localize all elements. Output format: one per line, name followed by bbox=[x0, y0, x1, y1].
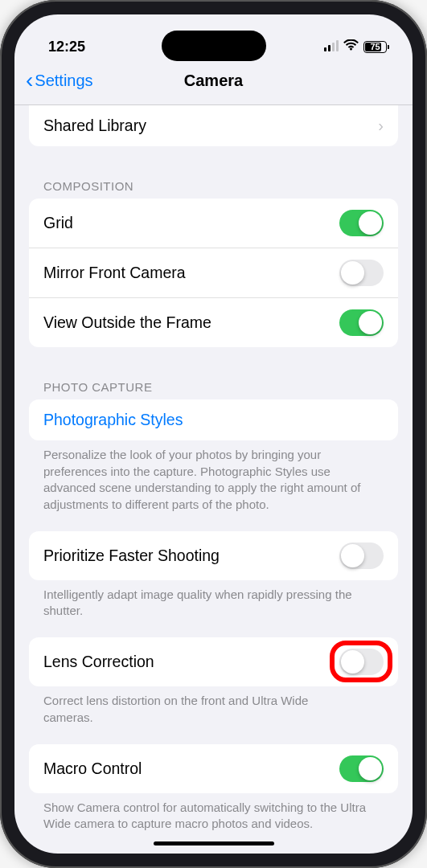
cellular-icon bbox=[324, 42, 339, 51]
faster-label: Prioritize Faster Shooting bbox=[43, 547, 220, 565]
wifi-icon bbox=[343, 39, 359, 55]
macro-row: Macro Control bbox=[29, 744, 398, 793]
dynamic-island bbox=[162, 31, 266, 61]
mirror-toggle[interactable] bbox=[339, 260, 384, 286]
back-button[interactable]: ‹ Settings bbox=[26, 68, 93, 93]
phone-frame: 12:25 75 ‹ Settings Camera bbox=[0, 0, 427, 868]
privacy-link[interactable]: About Camera and ARKit & Privacy… bbox=[14, 833, 413, 848]
faster-row: Prioritize Faster Shooting bbox=[29, 531, 398, 580]
shared-library-label: Shared Library bbox=[43, 117, 146, 135]
group-lens: Lens Correction bbox=[29, 637, 398, 686]
lens-footer: Correct lens distortion on the front and… bbox=[14, 686, 413, 726]
photographic-styles-row[interactable]: Photographic Styles bbox=[29, 399, 398, 440]
lens-row: Lens Correction bbox=[29, 637, 398, 686]
macro-footer: Show Camera control for automatically sw… bbox=[14, 793, 413, 833]
group-macro: Macro Control bbox=[29, 744, 398, 793]
photo-capture-header: PHOTO CAPTURE bbox=[14, 375, 413, 399]
outside-row: View Outside the Frame bbox=[29, 297, 398, 347]
grid-label: Grid bbox=[43, 214, 73, 232]
chevron-right-icon: › bbox=[378, 117, 384, 135]
macro-toggle[interactable] bbox=[339, 755, 384, 782]
status-time: 12:25 bbox=[48, 39, 85, 55]
nav-bar: ‹ Settings Camera bbox=[14, 61, 413, 105]
screen: 12:25 75 ‹ Settings Camera bbox=[14, 14, 413, 854]
grid-row: Grid bbox=[29, 199, 398, 248]
status-right: 75 bbox=[324, 39, 388, 55]
outside-toggle[interactable] bbox=[339, 309, 384, 336]
group-composition: Grid Mirror Front Camera View Outside th… bbox=[29, 199, 398, 347]
group-shared-library: Shared Library › bbox=[29, 105, 398, 146]
group-styles: Photographic Styles bbox=[29, 399, 398, 440]
group-faster: Prioritize Faster Shooting bbox=[29, 531, 398, 580]
content[interactable]: Shared Library › COMPOSITION Grid Mirror… bbox=[14, 105, 413, 848]
back-label: Settings bbox=[35, 72, 92, 90]
faster-footer: Intelligently adapt image quality when r… bbox=[14, 580, 413, 620]
faster-toggle[interactable] bbox=[339, 542, 384, 569]
page-title: Camera bbox=[184, 72, 243, 90]
lens-toggle[interactable] bbox=[339, 649, 384, 675]
chevron-left-icon: ‹ bbox=[26, 68, 33, 93]
styles-footer: Personalize the look of your photos by b… bbox=[14, 440, 413, 514]
shared-library-row[interactable]: Shared Library › bbox=[29, 105, 398, 146]
lens-toggle-wrap bbox=[339, 649, 384, 675]
composition-header: COMPOSITION bbox=[14, 174, 413, 199]
grid-toggle[interactable] bbox=[339, 210, 384, 236]
battery-icon: 75 bbox=[363, 41, 387, 53]
outside-label: View Outside the Frame bbox=[43, 313, 211, 332]
macro-label: Macro Control bbox=[43, 760, 142, 778]
mirror-label: Mirror Front Camera bbox=[43, 264, 186, 282]
mirror-row: Mirror Front Camera bbox=[29, 248, 398, 297]
photographic-styles-label: Photographic Styles bbox=[43, 411, 183, 429]
lens-label: Lens Correction bbox=[43, 653, 154, 671]
home-indicator[interactable] bbox=[154, 841, 274, 845]
